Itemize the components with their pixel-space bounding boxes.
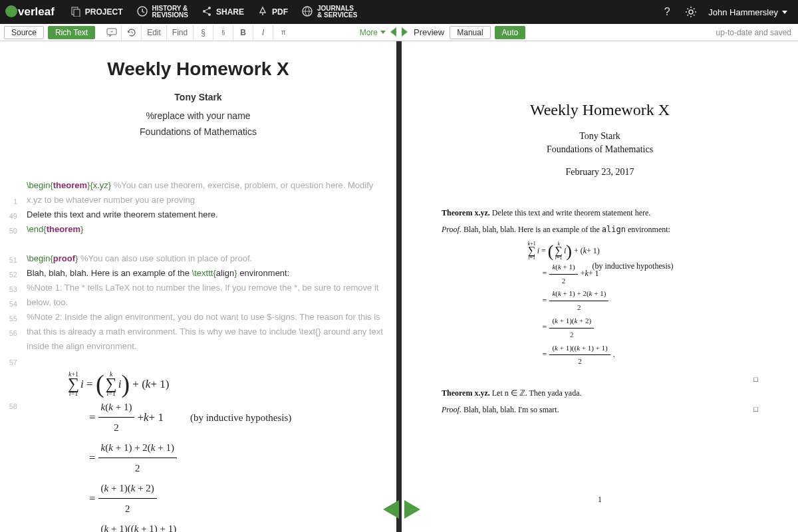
latex-comment: %Note 2: Inside the align environment, y… [27,310,387,354]
code-area[interactable]: \begin{theorem}{x.yz} %You can use theor… [27,164,387,354]
find-menu[interactable]: Find [167,25,194,40]
thm-body: Let n ∈ ℤ. Then yada yada. [490,388,582,398]
code-text: Blah, blah, blah. Here is an example of … [27,268,192,278]
auto-tab[interactable]: Auto [495,26,526,39]
brand-logo[interactable]: verleaf [5,5,55,19]
doc-course[interactable]: Foundations of Mathematics [0,126,396,137]
collapse-right-button[interactable] [400,26,410,38]
svg-rect-1 [74,9,80,17]
manual-tab[interactable]: Manual [450,26,490,39]
line-num: 50 [0,223,17,238]
user-menu[interactable]: John Hammersley [703,7,793,17]
more-label: More [360,28,378,37]
caret-down-icon [380,31,386,34]
main-split: Weekly Homework X Tony Stark %replace wi… [0,41,798,532]
code-text: environment: [239,268,289,278]
subsection-button[interactable]: § [213,25,233,40]
pdf-date: February 23, 2017 [442,167,758,178]
preview-pane[interactable]: Weekly Homework X Tony Stark Foundations… [402,41,798,532]
comment-icon: + [106,28,117,37]
math-button[interactable]: π [273,25,293,40]
pdf-course: Foundations of Mathematics [442,144,758,155]
bold-button[interactable]: B [233,25,253,40]
editor-pane[interactable]: Weekly Homework X Tony Stark %replace wi… [0,41,396,532]
gear-icon [685,6,697,18]
top-bar: verleaf PROJECT HISTORY &REVISIONS SHARE… [0,0,798,24]
top-nav: PROJECT HISTORY &REVISIONS SHARE PDF JOU… [64,0,364,24]
settings-button[interactable] [682,3,700,21]
line-num: 58 [0,399,17,414]
proof-body: environment: [626,225,670,234]
nav-history[interactable]: HISTORY &REVISIONS [130,0,195,24]
latex-cmd: \texttt{ [192,268,216,278]
edit-menu[interactable]: Edit [142,25,167,40]
pdf-proof: Proof. Blah, blah, blah. Here is an exam… [442,225,758,235]
pdf-theorem: Theorem x.yz. Let n ∈ ℤ. Then yada yada. [442,388,758,398]
latex-comment: %You can also use solution in place of p… [80,253,252,263]
more-menu[interactable]: More [360,28,386,37]
nav-journals[interactable]: JOURNALS& SERVICES [295,0,364,24]
nav-project[interactable]: PROJECT [64,0,130,24]
latex-env: theorem [53,180,87,190]
italic-button[interactable]: I [253,25,273,40]
comment-button[interactable]: + [102,25,122,40]
thm-body: Delete this text and write theorem state… [490,208,651,217]
nav-share[interactable]: SHARE [195,0,251,24]
line-num: 55 [0,311,17,326]
toolbar: Source Rich Text + Edit Find § § B I π M… [0,24,798,41]
line-num: 51 [0,238,17,267]
nav-journals-l2: & SERVICES [317,12,357,19]
section-button[interactable]: § [194,25,213,40]
sync-to-source-button[interactable] [383,500,399,519]
doc-author[interactable]: Tony Stark [0,92,396,102]
proof-label: Proof. [442,405,462,414]
collapse-left-button[interactable] [388,26,398,38]
nav-history-l2: REVISIONS [152,12,188,19]
pdf-theorem: Theorem x.yz. Delete this text and write… [442,208,758,218]
nav-share-label: SHARE [216,7,244,17]
pdf-author: Tony Stark [442,131,758,142]
rich-text-tab[interactable]: Rich Text [48,26,95,39]
latex-cmd: }{x.yz} [87,180,114,190]
pdf-title: Weekly Homework X [442,101,758,119]
username-label: John Hammersley [708,7,778,17]
overleaf-o-icon [5,5,17,17]
svg-text:+: + [110,29,113,35]
line-num: 52 [0,267,17,282]
code-text: align [216,268,234,278]
doc-title[interactable]: Weekly Homework X [0,59,396,80]
line-num: 49 [0,209,17,223]
thm-label: Theorem x.yz. [442,208,490,217]
latex-cmd: } [75,253,80,263]
history-button[interactable] [122,25,142,40]
line-num: 1 [0,194,17,209]
math-preview: k+1∑i=1 i = (k∑i=1i) + (k + 1) = k(k + 1… [66,371,396,532]
preview-label: Preview [414,27,444,37]
latex-cmd: \begin{ [27,180,53,190]
latex-cmd: } [234,268,239,278]
share-icon [201,6,212,19]
proof-body: Blah, blah, blah. Here is an example of … [462,225,602,234]
doc-replace[interactable]: %replace with your name [0,110,396,121]
sync-to-pdf-button[interactable] [404,500,420,519]
help-button[interactable]: ? [658,3,676,21]
source-tab[interactable]: Source [4,26,44,39]
pdf-proof: Proof. Blah, blah, blah. I'm so smart.□ [442,405,758,415]
brand-text: verleaf [18,5,55,19]
nav-pdf-label: PDF [272,7,288,17]
line-num: 57 [0,355,17,399]
page-number: 1 [442,495,758,505]
proof-label: Proof. [442,225,462,234]
pdf-page: Weekly Homework X Tony Stark Foundations… [402,41,798,531]
pane-divider[interactable] [396,41,402,532]
latex-cmd: \end{ [27,224,47,234]
nav-project-label: PROJECT [85,7,123,17]
pdf-icon [257,6,268,19]
clock-icon [136,5,148,19]
latex-cmd: \begin{ [27,253,53,263]
files-icon [70,6,81,19]
thm-label: Theorem x.yz. [442,388,490,398]
qed-icon: □ [753,405,758,413]
nav-pdf[interactable]: PDF [251,0,295,24]
line-num: 56 [0,326,17,355]
